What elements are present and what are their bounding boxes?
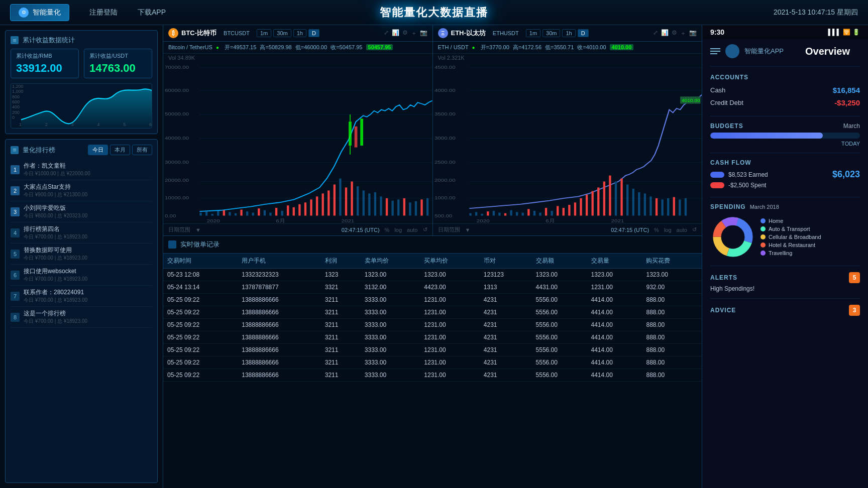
svg-rect-83 xyxy=(498,213,500,216)
usdt-label: 累计收益/USDT xyxy=(89,52,147,60)
earned-indicator xyxy=(710,172,724,178)
eth-close: 收=4010.00 xyxy=(577,44,606,50)
btc-indicator-icon[interactable]: 📊 xyxy=(392,29,399,38)
battery-icon: 🔋 xyxy=(852,29,860,36)
tab-month[interactable]: 本月 xyxy=(110,145,130,155)
svg-rect-78 xyxy=(469,213,471,216)
tab-today[interactable]: 今日 xyxy=(88,145,108,155)
table-row: 05-25 09:221388888666632113333.001231.00… xyxy=(163,306,702,319)
table-cell: 5556.00 xyxy=(532,319,587,331)
accounts-section: ACCOUNTS Cash $16,854 Credit Debt -$3,25… xyxy=(702,70,868,113)
tab-all[interactable]: 所有 xyxy=(132,145,152,155)
table-section: 实时做单记录 交易时间用户手机利润卖单均价买单均价币对交易额交易量购买花费 05… xyxy=(163,236,702,488)
btc-date-range[interactable]: 日期范围 xyxy=(168,226,190,233)
svg-rect-26 xyxy=(264,210,266,216)
svg-rect-104 xyxy=(620,179,622,216)
stats-icon: ≡ xyxy=(11,36,19,44)
table-cell: 3211 xyxy=(321,319,361,331)
table-column-header: 卖单均价 xyxy=(361,254,420,269)
table-header-row: 实时做单记录 xyxy=(163,236,702,254)
table-cell: 4431.00 xyxy=(532,281,587,294)
eth-expand-icon[interactable]: ⤢ xyxy=(653,29,658,38)
svg-rect-90 xyxy=(539,213,541,216)
earned-left: $8,523 Earned xyxy=(710,171,768,178)
table-cell: 888.00 xyxy=(642,319,702,331)
right-panel: 9:30 ▌▌▌ 🛜 🔋 智能量化APP Overview ACCOUNTS C… xyxy=(702,25,868,488)
btc-chart-icons: ⤢ 📊 ⚙ ＋ 📷 xyxy=(384,29,427,38)
btc-1h[interactable]: 1h xyxy=(293,29,306,37)
spending-title: SPENDING xyxy=(710,203,746,210)
hamburger-menu[interactable] xyxy=(710,48,720,54)
btc-pair-full: Bitcoin / TetherUS xyxy=(168,44,212,50)
table-cell: 13888886666 xyxy=(238,294,321,306)
eth-footer-time: 02:47:15 (UTC) xyxy=(611,227,649,233)
rank-info: 大家点点Star支持 今日 ¥900.00 | 总 ¥21300.00 xyxy=(24,183,152,198)
btc-d[interactable]: D xyxy=(308,29,319,37)
table-cell: 05-25 09:22 xyxy=(163,331,238,344)
svg-rect-109 xyxy=(649,196,652,215)
eth-camera-icon[interactable]: 📷 xyxy=(689,29,697,38)
eth-date-range[interactable]: 日期范围 xyxy=(438,226,460,233)
nav-download-link[interactable]: 下载APP xyxy=(138,8,166,17)
btc-footer-pct[interactable]: % xyxy=(385,227,390,233)
eth-add-icon[interactable]: ＋ xyxy=(680,29,686,38)
btc-30m[interactable]: 30m xyxy=(273,29,291,37)
btc-expand-icon[interactable]: ⤢ xyxy=(384,29,389,38)
svg-rect-49 xyxy=(397,199,399,215)
table-row: 05-24 13:141378787887733213132.004423.00… xyxy=(163,281,702,294)
svg-rect-18 xyxy=(217,211,219,216)
svg-rect-88 xyxy=(527,209,529,215)
svg-text:500.00: 500.00 xyxy=(434,213,452,218)
svg-rect-27 xyxy=(269,213,271,216)
svg-rect-94 xyxy=(562,208,564,216)
table-wrapper[interactable]: 交易时间用户手机利润卖单均价买单均价币对交易额交易量购买花费 05-23 12:… xyxy=(163,254,702,488)
eth-refresh-icon[interactable]: ↺ xyxy=(692,226,697,233)
nav-register-link[interactable]: 注册登陆 xyxy=(89,8,118,17)
btc-refresh-icon[interactable]: ↺ xyxy=(423,226,427,233)
svg-rect-86 xyxy=(515,212,517,215)
svg-rect-30 xyxy=(287,205,289,215)
eth-footer-log[interactable]: log xyxy=(664,227,672,233)
table-cell: 13888886666 xyxy=(238,331,321,344)
btc-title: BTC-比特币 xyxy=(181,29,216,38)
btc-camera-icon[interactable]: 📷 xyxy=(420,29,427,38)
eth-30m[interactable]: 30m xyxy=(542,29,560,37)
table-cell: 13888886666 xyxy=(238,356,321,369)
eth-1m[interactable]: 1m xyxy=(526,29,540,37)
eth-indicator-icon[interactable]: 📊 xyxy=(661,29,669,38)
table-cell: 1323.00 xyxy=(361,269,420,281)
eth-chart-body: 4500.00 4000.00 3500.00 3000.00 2500.00 … xyxy=(433,62,702,223)
svg-rect-34 xyxy=(310,199,312,215)
btc-settings-icon[interactable]: ⚙ xyxy=(402,29,408,38)
table-cell: 3333.00 xyxy=(361,356,420,369)
svg-rect-89 xyxy=(533,211,535,216)
table-cell: 1231.00 xyxy=(420,306,479,319)
eth-footer-pct[interactable]: % xyxy=(654,227,659,233)
eth-footer-auto[interactable]: auto xyxy=(677,227,687,233)
legend-item: Hotel & Restaurant xyxy=(761,242,821,248)
table-cell: 3211 xyxy=(321,331,361,344)
btc-footer-auto[interactable]: auto xyxy=(407,227,417,233)
svg-rect-31 xyxy=(293,207,295,216)
ranking-title-row: ≡ 量化排行榜 xyxy=(11,146,55,155)
stats-row: 累计收益/RMB 33912.00 累计收益/USDT 14763.00 xyxy=(11,49,152,78)
ranking-item: 8 这是一个排行榜 今日 ¥700.00 | 总 ¥18923.00 xyxy=(11,307,152,328)
svg-text:2020: 2020 xyxy=(207,218,220,223)
svg-rect-28 xyxy=(275,208,277,216)
btc-1m[interactable]: 1m xyxy=(257,29,271,37)
svg-text:60000.00: 60000.00 xyxy=(165,87,189,93)
eth-price-tag: 4010.00 xyxy=(610,44,634,50)
btc-footer-log[interactable]: log xyxy=(394,227,402,233)
overview-title: Overview xyxy=(805,46,850,57)
eth-settings-icon[interactable]: ⚙ xyxy=(672,29,677,38)
table-cell: 4231 xyxy=(480,294,532,306)
btc-add-icon[interactable]: ＋ xyxy=(411,29,417,38)
table-cell: 4414.00 xyxy=(587,294,642,306)
svg-rect-106 xyxy=(632,189,634,216)
eth-1h[interactable]: 1h xyxy=(562,29,575,37)
legend-item: Cellular & Broadband xyxy=(761,234,821,240)
nav-logo-button[interactable]: ⚙ 智能量化 xyxy=(10,4,69,21)
legend-dot xyxy=(761,251,766,256)
eth-d[interactable]: D xyxy=(578,29,589,37)
svg-rect-79 xyxy=(475,212,477,215)
